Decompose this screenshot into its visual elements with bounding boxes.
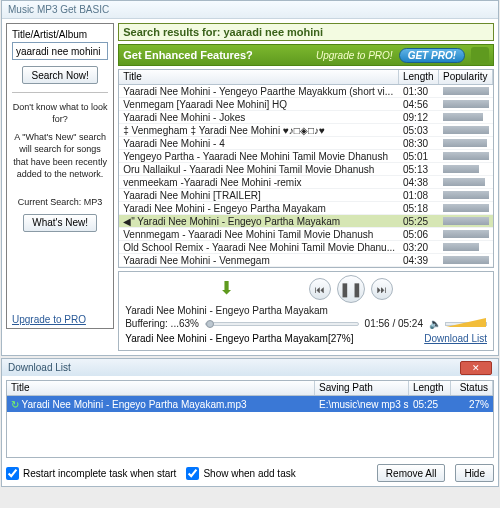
row-popularity xyxy=(439,152,493,160)
seek-bar[interactable] xyxy=(205,322,359,326)
pause-button[interactable]: ❚❚ xyxy=(337,275,365,303)
row-title: Old School Remix - Yaaradi Nee Mohini Ta… xyxy=(119,242,399,253)
row-title: Vennmegam - Yaaradi Nee Mohini Tamil Mov… xyxy=(119,229,399,240)
main-window: Music MP3 Get BASIC Title/Artist/Album S… xyxy=(1,0,499,356)
row-title: Oru Nallaikul - Yaaradi Nee Mohini Tamil… xyxy=(119,164,399,175)
left-pane: Title/Artist/Album Search Now! Don't kno… xyxy=(6,23,114,329)
result-row[interactable]: Yengeyo Partha - Yaaradi Nee Mohini Tami… xyxy=(119,150,493,163)
close-button[interactable]: ✕ xyxy=(460,361,492,375)
row-popularity xyxy=(439,204,493,212)
help-text: A "What's New" search will search for so… xyxy=(12,131,108,180)
row-title: Venmegam [Yaaradi Nee Mohini] HQ xyxy=(119,99,399,110)
col-popularity[interactable]: Popularity xyxy=(439,70,493,84)
restart-checkbox[interactable]: Restart incomplete task when start xyxy=(6,467,176,480)
row-title: Yaaradi Nee Mohini - Venmegam xyxy=(119,255,399,266)
player-controls: ⬇ ⏮ ❚❚ ⏭ xyxy=(125,275,487,303)
results-header[interactable]: Title Length Popularity xyxy=(119,70,493,85)
col-length[interactable]: Length xyxy=(399,70,439,84)
app-title: Music MP3 Get BASIC xyxy=(8,4,109,15)
prev-button[interactable]: ⏮ xyxy=(309,278,331,300)
result-row[interactable]: ◀" Yaradi Nee Mohini - Engeyo Partha May… xyxy=(119,215,493,228)
row-title: Yaaradi Nee Mohini - 4 xyxy=(119,138,399,149)
row-length: 04:39 xyxy=(399,255,439,266)
download-table: Title Saving Path Length Status ↻ Yaradi… xyxy=(6,380,494,458)
result-row[interactable]: venmeekam -Yaaradi Nee Mohini -remix04:3… xyxy=(119,176,493,189)
row-length: 01:08 xyxy=(399,190,439,201)
result-row[interactable]: Old School Remix - Yaaradi Nee Mohini Ta… xyxy=(119,241,493,254)
result-row[interactable]: Yaaradi Nee Mohini - Yengeyo Paarthe May… xyxy=(119,85,493,98)
row-title: Yaradi Nee Mohini - Engeyo Partha Mayaka… xyxy=(119,203,399,214)
download-header[interactable]: Title Saving Path Length Status xyxy=(7,381,493,396)
remove-all-button[interactable]: Remove All xyxy=(377,464,446,482)
row-title: ◀" Yaradi Nee Mohini - Engeyo Partha May… xyxy=(119,216,399,227)
row-length: 03:20 xyxy=(399,242,439,253)
result-row[interactable]: Oru Nallaikul - Yaaradi Nee Mohini Tamil… xyxy=(119,163,493,176)
dl-col-status[interactable]: Status xyxy=(451,381,493,395)
time-text: 01:56 / 05:24 xyxy=(365,318,423,329)
row-popularity xyxy=(439,113,493,121)
volume[interactable]: 🔈 xyxy=(429,318,487,329)
results-table: Title Length Popularity Yaaradi Nee Mohi… xyxy=(118,69,494,268)
result-row[interactable]: Yaaradi Nee Mohini - Jokes09:12 xyxy=(119,111,493,124)
row-length: 05:06 xyxy=(399,229,439,240)
current-search: Current Search: MP3 xyxy=(12,196,108,208)
row-length: 09:12 xyxy=(399,112,439,123)
row-title: Yengeyo Partha - Yaaradi Nee Mohini Tami… xyxy=(119,151,399,162)
row-title: Yaaradi Nee Mohini [TRAILER] xyxy=(119,190,399,201)
download-window: Download List ✕ Title Saving Path Length… xyxy=(1,358,499,487)
result-row[interactable]: Venmegam [Yaaradi Nee Mohini] HQ04:56 xyxy=(119,98,493,111)
promo-upgrade: Upgrade to PRO! xyxy=(316,50,393,61)
result-row[interactable]: Yaradi Nee Mohini - Engeyo Partha Mayaka… xyxy=(119,202,493,215)
row-title: ‡ Venmegham ‡ Yaradi Nee Mohini ♥♪□◈□♪♥ xyxy=(119,125,399,136)
dl-col-title[interactable]: Title xyxy=(7,381,315,395)
search-input[interactable] xyxy=(12,42,108,60)
row-length: 05:03 xyxy=(399,125,439,136)
get-pro-button[interactable]: GET PRO! xyxy=(399,48,465,63)
volume-bar[interactable] xyxy=(445,322,487,326)
download-row[interactable]: ↻ Yaradi Nee Mohini - Engeyo Partha Maya… xyxy=(7,396,493,412)
speaker-icon: 🔈 xyxy=(429,318,441,329)
buffer-text: Buffering: ...63% xyxy=(125,318,199,329)
result-row[interactable]: Yaaradi Nee Mohini - 408:30 xyxy=(119,137,493,150)
row-popularity xyxy=(439,87,493,95)
row-popularity xyxy=(439,217,493,225)
row-length: 05:18 xyxy=(399,203,439,214)
col-title[interactable]: Title xyxy=(119,70,399,84)
show-checkbox[interactable]: Show when add task xyxy=(186,467,295,480)
player-panel: ⬇ ⏮ ❚❚ ⏭ Yaradi Nee Mohini - Engeyo Part… xyxy=(118,271,494,351)
search-button[interactable]: Search Now! xyxy=(22,66,97,84)
result-row[interactable]: ‡ Venmegham ‡ Yaradi Nee Mohini ♥♪□◈□♪♥0… xyxy=(119,124,493,137)
download-titlebar: Download List ✕ xyxy=(2,359,498,376)
upgrade-link[interactable]: Upgrade to PRO xyxy=(12,314,86,325)
row-popularity xyxy=(439,178,493,186)
next-button[interactable]: ⏭ xyxy=(371,278,393,300)
result-row[interactable]: Yaaradi Nee Mohini [TRAILER]01:08 xyxy=(119,189,493,202)
result-row[interactable]: Yaaradi Nee Mohini - Venmegam04:39 xyxy=(119,254,493,267)
titlebar: Music MP3 Get BASIC xyxy=(2,1,498,19)
search-results-text: Search results for: yaaradi nee mohini xyxy=(123,26,489,38)
download-list-link[interactable]: Download List xyxy=(424,333,487,344)
result-row[interactable]: Vennmegam - Yaaradi Nee Mohini Tamil Mov… xyxy=(119,228,493,241)
row-popularity xyxy=(439,139,493,147)
download-icon[interactable]: ⬇ xyxy=(219,279,239,299)
help-title: Don't know what to look for? xyxy=(12,101,108,125)
download-title: Download List xyxy=(8,362,71,373)
row-title: venmeekam -Yaaradi Nee Mohini -remix xyxy=(119,177,399,188)
dl-col-path[interactable]: Saving Path xyxy=(315,381,409,395)
row-popularity xyxy=(439,230,493,238)
row-popularity xyxy=(439,256,493,264)
row-popularity xyxy=(439,100,493,108)
hide-button[interactable]: Hide xyxy=(455,464,494,482)
whats-new-button[interactable]: What's New! xyxy=(23,214,97,232)
now-playing: Yaradi Nee Mohini - Engeyo Partha Mayaka… xyxy=(125,305,487,316)
right-pane: Search results for: yaaradi nee mohini G… xyxy=(118,23,494,351)
search-label: Title/Artist/Album xyxy=(12,29,108,40)
row-title: Yaaradi Nee Mohini - Jokes xyxy=(119,112,399,123)
row-popularity xyxy=(439,191,493,199)
player-status: Yaradi Nee Mohini - Engeyo Partha Mayaka… xyxy=(125,333,353,344)
row-length: 08:30 xyxy=(399,138,439,149)
row-popularity xyxy=(439,165,493,173)
dl-col-length[interactable]: Length xyxy=(409,381,451,395)
row-title: Yaaradi Nee Mohini - Yengeyo Paarthe May… xyxy=(119,86,399,97)
row-length: 05:01 xyxy=(399,151,439,162)
